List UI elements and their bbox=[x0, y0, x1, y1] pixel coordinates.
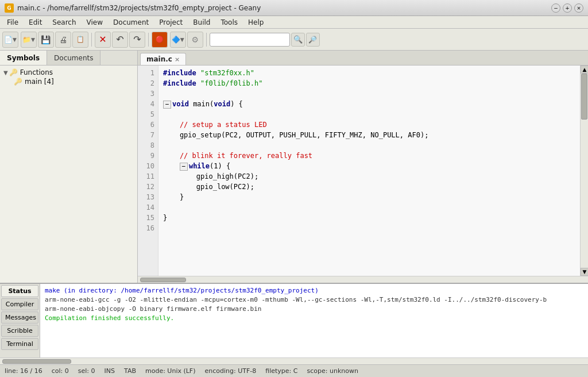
main-function-item[interactable]: 🔑 main [4] bbox=[2, 77, 135, 86]
editor-hscroll-thumb[interactable] bbox=[140, 278, 186, 282]
scroll-track[interactable] bbox=[581, 74, 588, 268]
bottom-tab-compiler[interactable]: Compiler bbox=[1, 298, 38, 310]
app-icon: G bbox=[5, 3, 14, 13]
code-editor[interactable]: 12345678910111213141516 #include "stm32f… bbox=[138, 66, 580, 276]
window-controls[interactable]: − + × bbox=[551, 3, 583, 13]
run-dropdown-arrow: ▼ bbox=[180, 37, 184, 43]
scroll-thumb[interactable] bbox=[581, 74, 587, 120]
line-number-14: 14 bbox=[140, 202, 154, 213]
menu-item-build[interactable]: Build bbox=[188, 17, 215, 28]
search-input[interactable] bbox=[210, 33, 290, 47]
menu-item-help[interactable]: Help bbox=[243, 17, 268, 28]
sidebar-content: ▼ 🔑 Functions 🔑 main [4] bbox=[0, 66, 137, 283]
code-line-2: #include "f0lib/f0lib.h" bbox=[163, 78, 575, 89]
menu-item-file[interactable]: File bbox=[2, 17, 23, 28]
code-line-11: gpio_high(PC2); bbox=[163, 171, 575, 182]
code-line-4: −void main(void) { bbox=[163, 99, 575, 109]
content-area: Symbols Documents ▼ 🔑 Functions 🔑 main [… bbox=[0, 51, 588, 283]
code-line-14 bbox=[163, 202, 575, 213]
open-file-icon: 📁 bbox=[22, 36, 31, 44]
open-dropdown-button[interactable]: 📁 ▼ bbox=[21, 32, 37, 48]
editor-horizontal-scrollbar[interactable] bbox=[138, 276, 588, 283]
status-line-info: line: 16 / 16 bbox=[5, 367, 42, 375]
status-sel: sel: 0 bbox=[78, 367, 95, 375]
functions-tree-item[interactable]: ▼ 🔑 Functions bbox=[2, 68, 135, 77]
compile-button[interactable]: 🔴 bbox=[152, 32, 168, 48]
line-number-3: 3 bbox=[140, 89, 154, 99]
menu-item-tools[interactable]: Tools bbox=[216, 17, 242, 28]
undo-button[interactable]: ↶ bbox=[112, 32, 128, 48]
scroll-down-button[interactable]: ▼ bbox=[581, 268, 588, 276]
bottom-panel: StatusCompilerMessagesScribbleTerminal m… bbox=[0, 283, 588, 357]
menu-item-edit[interactable]: Edit bbox=[24, 17, 47, 28]
tab-documents[interactable]: Documents bbox=[47, 51, 100, 65]
menu-item-document[interactable]: Document bbox=[109, 17, 153, 28]
code-line-8 bbox=[163, 140, 575, 151]
save-button[interactable]: 💾 bbox=[38, 32, 54, 48]
line-number-9: 9 bbox=[140, 151, 154, 161]
search-button[interactable]: 🔍 bbox=[291, 33, 305, 47]
menu-item-project[interactable]: Project bbox=[154, 17, 187, 28]
output-line: arm-none-eabi-objcopy -O binary firmware… bbox=[45, 305, 583, 314]
close-button[interactable]: × bbox=[574, 3, 583, 13]
bottom-tabs: StatusCompilerMessagesScribbleTerminal bbox=[0, 284, 40, 357]
new-dropdown-arrow: ▼ bbox=[13, 37, 17, 43]
code-line-15: } bbox=[163, 213, 575, 223]
line-number-4: 4 bbox=[140, 99, 154, 109]
run-dropdown-button[interactable]: 🔷 ▼ bbox=[170, 32, 186, 48]
bottom-content: make (in directory: /home/farrellf/stm32… bbox=[40, 284, 588, 357]
code-line-1: #include "stm32f0xx.h" bbox=[163, 68, 575, 78]
line-number-6: 6 bbox=[140, 120, 154, 130]
menubar: FileEditSearchViewDocumentProjectBuildTo… bbox=[0, 16, 588, 29]
maximize-button[interactable]: + bbox=[563, 3, 572, 13]
code-line-10: −while(1) { bbox=[163, 161, 575, 171]
minimize-button[interactable]: − bbox=[551, 3, 560, 13]
search-prev-button[interactable]: 🔎 bbox=[306, 33, 320, 47]
sidebar: Symbols Documents ▼ 🔑 Functions 🔑 main [… bbox=[0, 51, 138, 283]
bottom-tab-terminal[interactable]: Terminal bbox=[1, 338, 38, 350]
editor-tab-main-c[interactable]: main.c × bbox=[140, 53, 186, 65]
line-number-1: 1 bbox=[140, 68, 154, 78]
code-line-13: } bbox=[163, 192, 575, 202]
title-left: G main.c - /home/farrellf/stm32/projects… bbox=[5, 3, 261, 13]
tab-close-button[interactable]: × bbox=[175, 56, 180, 63]
scroll-up-button[interactable]: ▲ bbox=[581, 66, 588, 74]
statusbar: line: 16 / 16 col: 0 sel: 0 INS TAB mode… bbox=[0, 364, 588, 377]
editor-tabs: main.c × bbox=[138, 51, 588, 66]
main-function-label: main [4] bbox=[25, 78, 54, 86]
code-line-7: gpio_setup(PC2, OUTPUT, PUSH_PULL, FIFTY… bbox=[163, 130, 575, 140]
redo-button[interactable]: ↷ bbox=[129, 32, 145, 48]
bottom-tab-status[interactable]: Status bbox=[1, 285, 38, 297]
bottom-tab-messages[interactable]: Messages bbox=[1, 311, 38, 324]
bottom-horizontal-scrollbar[interactable] bbox=[0, 357, 588, 364]
bottom-hscroll-thumb[interactable] bbox=[2, 359, 71, 364]
save-all-button[interactable]: 📋 bbox=[72, 32, 88, 48]
editor-scrollbar[interactable]: ▲ ▼ bbox=[580, 66, 588, 276]
status-col: col: 0 bbox=[52, 367, 69, 375]
status-tab: TAB bbox=[124, 367, 136, 375]
menu-item-search[interactable]: Search bbox=[48, 17, 80, 28]
line-number-12: 12 bbox=[140, 182, 154, 192]
line-number-15: 15 bbox=[140, 213, 154, 223]
close-tab-button[interactable]: ✕ bbox=[95, 32, 111, 48]
new-dropdown-button[interactable]: 📄 ▼ bbox=[2, 32, 18, 48]
sidebar-tabs: Symbols Documents bbox=[0, 51, 137, 66]
code-line-6: // setup a status LED bbox=[163, 120, 575, 130]
editor-with-scroll: 12345678910111213141516 #include "stm32f… bbox=[138, 66, 588, 276]
functions-icon: 🔑 bbox=[9, 68, 18, 76]
titlebar: G main.c - /home/farrellf/stm32/projects… bbox=[0, 0, 588, 16]
editor-area: main.c × 12345678910111213141516 #includ… bbox=[138, 51, 588, 283]
output-line: Compilation finished successfully. bbox=[45, 314, 583, 323]
code-content[interactable]: #include "stm32f0xx.h"#include "f0lib/f0… bbox=[158, 66, 580, 276]
window-title: main.c - /home/farrellf/stm32/projects/s… bbox=[17, 4, 261, 12]
toolbar: 📄 ▼ 📁 ▼ 💾 🖨 📋 ✕ ↶ ↷ 🔴 🔷 ▼ ⚙ 🔍 🔎 bbox=[0, 29, 588, 51]
status-ins: INS bbox=[105, 367, 115, 375]
output-line: arm-none-eabi-gcc -g -O2 -mlittle-endian… bbox=[45, 295, 583, 305]
bottom-tab-scribble[interactable]: Scribble bbox=[1, 325, 38, 337]
build-button[interactable]: ⚙ bbox=[187, 32, 203, 48]
main-function-icon: 🔑 bbox=[14, 78, 22, 86]
code-line-5 bbox=[163, 109, 575, 120]
menu-item-view[interactable]: View bbox=[82, 17, 107, 28]
tab-symbols[interactable]: Symbols bbox=[0, 51, 47, 65]
print-button[interactable]: 🖨 bbox=[55, 32, 71, 48]
